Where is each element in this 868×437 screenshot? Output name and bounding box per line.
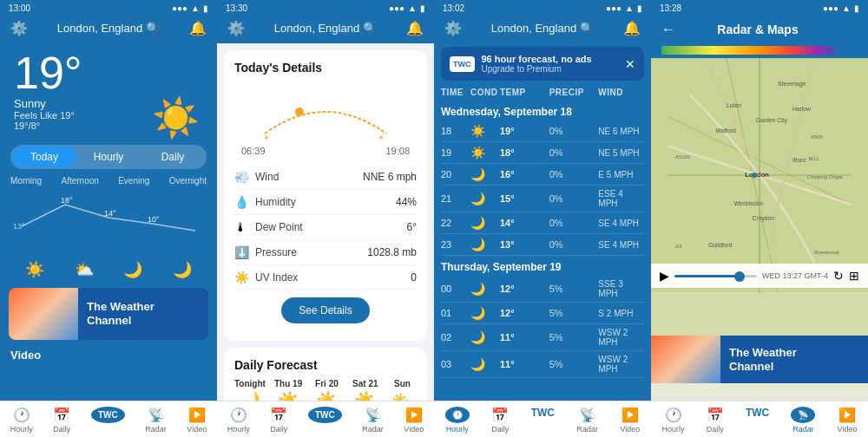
nav-video-4[interactable]: ▶️ Video (838, 407, 858, 434)
play-icon[interactable]: ▶ (660, 269, 669, 283)
screen-today: 13:00 ●●● ▲ ▮ ⚙️ London, England 🔍 🔔 19°… (0, 0, 217, 437)
nav-radar-1[interactable]: 📡 Radar (145, 407, 167, 434)
bell-icon[interactable]: 🔔 (189, 20, 207, 36)
signal-icon-2: ●●● (389, 3, 404, 13)
status-bar-3: 13:02 ●●● ▲ ▮ (434, 0, 651, 16)
promo-subtitle: Upgrade to Premium (482, 64, 592, 74)
settings-icon[interactable]: ⚙️ (10, 20, 28, 36)
nav-hourly-1[interactable]: 🕐 Hourly (10, 407, 33, 434)
time-4: 13:28 (660, 3, 681, 13)
cond-03: 🌙 (470, 357, 496, 371)
nav-label-video-2: Video (404, 425, 424, 434)
bottom-nav-2: 🕐 Hourly 📅 Daily TWC 📡 Radar ▶️ Video (217, 401, 434, 437)
search-icon-3[interactable]: 🔍 (580, 22, 594, 35)
nav-twc-4[interactable]: TWC (746, 407, 769, 434)
precip-03: 5% (549, 359, 595, 369)
status-bar-2: 13:30 ●●● ▲ ▮ (217, 0, 434, 16)
nav-daily-1[interactable]: 📅 Daily (53, 407, 70, 434)
tab-daily[interactable]: Daily (141, 147, 205, 167)
icon-overnight: 🌙 (173, 260, 192, 279)
refresh-icon[interactable]: ↻ (833, 269, 844, 283)
wind-00: SSE 3 MPH (598, 279, 644, 298)
svg-text:Ilford: Ilford (792, 157, 806, 163)
cond-21: 🌙 (470, 192, 496, 205)
search-icon[interactable]: 🔍 (146, 22, 160, 35)
svg-text:Croydon: Croydon (753, 215, 775, 222)
nav-twc-2[interactable]: TWC (308, 407, 342, 434)
clock-icon: 🕐 (13, 407, 30, 423)
nav-label-hourly-4: Hourly (662, 425, 685, 434)
temp-02: 11° (500, 332, 546, 342)
time-evening: Evening (118, 176, 149, 186)
bell-icon-2[interactable]: 🔔 (406, 20, 424, 36)
news-img-4 (651, 336, 720, 383)
hourly-row-01: 01 🌙 12° 5% S 2 MPH (441, 303, 644, 324)
tab-today[interactable]: Today (12, 147, 76, 167)
back-arrow-icon[interactable]: ← (661, 22, 675, 37)
nav-daily-4[interactable]: 📅 Daily (707, 407, 724, 434)
clock-icon-4: 🕐 (665, 407, 682, 423)
settings-icon-3[interactable]: ⚙️ (444, 20, 462, 36)
news-card-1[interactable]: The WeatherChannel (9, 288, 208, 340)
cond-20: 🌙 (470, 167, 496, 181)
nav-hourly-4[interactable]: 🕐 Hourly (662, 407, 685, 434)
dewpoint-row: 🌡 Dew Point 6° (234, 215, 417, 240)
svg-text:13°: 13° (13, 222, 25, 231)
cond-23: 🌙 (470, 238, 496, 251)
svg-text:☀: ☀ (378, 134, 385, 142)
sun-times: 06:39 19:08 (234, 146, 417, 156)
video-icon-3: ▶️ (621, 407, 639, 423)
settings-icon-2[interactable]: ⚙️ (227, 20, 245, 36)
promo-text: 96 hour forecast, no ads Upgrade to Prem… (482, 54, 592, 74)
search-icon-2[interactable]: 🔍 (363, 22, 377, 35)
nav-twc-1[interactable]: TWC (91, 407, 125, 434)
dewpoint-label: Dew Point (255, 221, 407, 233)
nav-video-3[interactable]: ▶️ Video (620, 407, 640, 434)
news-card-4[interactable]: The WeatherChannel (651, 336, 868, 383)
timeline-slider[interactable] (674, 275, 757, 277)
svg-text:18°: 18° (61, 196, 73, 205)
precip-22: 0% (549, 218, 595, 228)
wind-03: WSW 2 MPH (598, 355, 644, 374)
hourly-table: TIME COND TEMP PRECIP WIND Wednesday, Se… (434, 84, 651, 378)
layers-icon[interactable]: ⊞ (849, 269, 859, 283)
col-wind-header: WIND (598, 88, 644, 97)
tab-hourly[interactable]: Hourly (76, 147, 141, 167)
nav-radar-3[interactable]: 📡 Radar (576, 407, 598, 434)
nav-radar-2[interactable]: 📡 Radar (362, 407, 384, 434)
nav-video-1[interactable]: ▶️ Video (187, 407, 207, 434)
weather-main-1: 19° Sunny Feels Like 19° 19°/8° ☀️ (0, 43, 217, 138)
pressure-row: ⬇️ Pressure 1028.8 mb (234, 240, 417, 265)
bell-icon-3[interactable]: 🔔 (623, 20, 641, 36)
chart-area: 18° 14° 10° 13° (0, 187, 217, 257)
nav-label-daily-3: Daily (491, 425, 509, 434)
forecast-title: Daily Forecast (234, 358, 417, 372)
see-details-button[interactable]: See Details (281, 297, 369, 323)
wifi-icon-3: ▲ (625, 3, 634, 13)
nav-hourly-2[interactable]: 🕐 Hourly (227, 407, 250, 434)
time-3: 13:02 (443, 3, 464, 13)
nav-label-daily-2: Daily (270, 425, 287, 434)
nav-twc-3[interactable]: TWC (531, 407, 555, 434)
svg-text:Garden City: Garden City (756, 117, 788, 124)
video-icon-4: ▶️ (838, 407, 856, 423)
wind-value: NNE 6 mph (363, 171, 417, 183)
hourly-row-20: 20 🌙 16° 0% E 5 MPH (441, 164, 644, 186)
location-1: London, England 🔍 (57, 22, 160, 35)
nav-daily-2[interactable]: 📅 Daily (270, 407, 287, 434)
bottom-nav-1: 🕐 Hourly 📅 Daily TWC 📡 Radar ▶️ Video (0, 401, 217, 437)
icon-morning: ☀️ (25, 260, 44, 279)
nav-hourly-3[interactable]: 🕐 Hourly (445, 407, 470, 434)
signal-icon-4: ●●● (823, 3, 838, 13)
nav-video-2[interactable]: ▶️ Video (404, 407, 424, 434)
video-label: Video (10, 349, 41, 362)
news-title-1: The WeatherChannel (78, 293, 163, 334)
nav-radar-4[interactable]: 📡 Radar (791, 407, 815, 434)
wifi-icon: ▲ (191, 3, 200, 13)
sunrise-time: 06:39 (241, 146, 266, 156)
uv-value: 0 (411, 271, 417, 284)
map-container[interactable]: Stevenage Luton Harlow Watford Garden Ci… (651, 58, 868, 336)
nav-daily-3[interactable]: 📅 Daily (491, 407, 509, 434)
promo-close-button[interactable]: ✕ (625, 57, 635, 71)
uv-label: UV Index (255, 271, 411, 284)
